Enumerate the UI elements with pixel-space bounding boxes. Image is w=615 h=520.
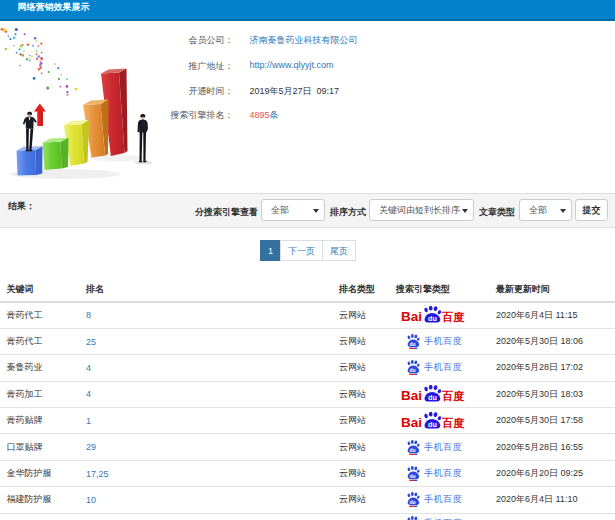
svg-text:du: du	[428, 315, 437, 324]
svg-text:Bai: Bai	[401, 414, 422, 429]
svg-text:du: du	[409, 473, 415, 479]
svg-text:百度: 百度	[441, 417, 465, 429]
svg-text:du: du	[409, 446, 415, 452]
svg-text:du: du	[428, 420, 437, 429]
svg-text:du: du	[409, 341, 415, 347]
svg-text:Bai: Bai	[401, 309, 422, 324]
svg-text:百度: 百度	[441, 311, 465, 323]
svg-text:du: du	[409, 499, 415, 505]
svg-text:Bai: Bai	[401, 388, 422, 403]
svg-text:百度: 百度	[441, 390, 465, 402]
svg-text:du: du	[409, 367, 415, 373]
svg-text:du: du	[428, 394, 437, 403]
